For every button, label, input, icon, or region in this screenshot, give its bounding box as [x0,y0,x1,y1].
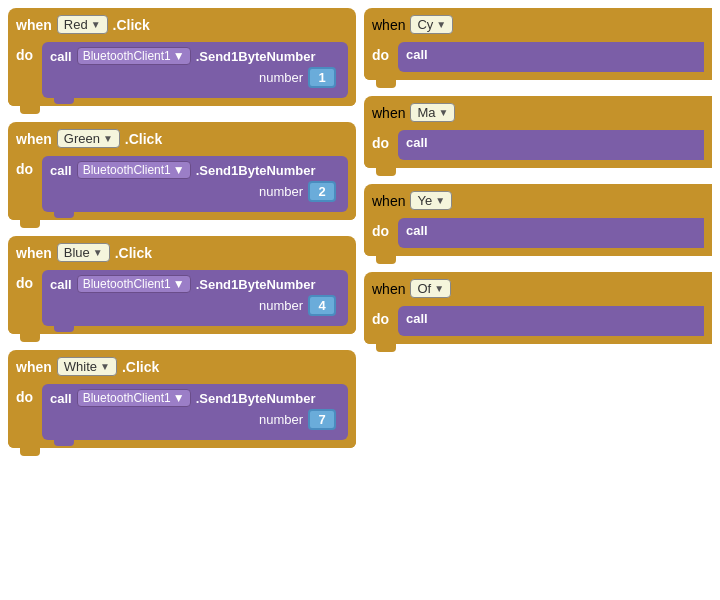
red-event-block: when Red ▼ .Click do call [8,8,356,114]
cyan-do-label: do [372,42,394,63]
white-block-notch [20,448,40,456]
cyan-call-block: call [398,42,704,72]
green-number-label: number [259,184,303,199]
off-dropdown-arrow: ▼ [434,283,444,294]
white-button-dropdown[interactable]: White ▼ [57,357,117,376]
blue-bt-dropdown[interactable]: BluetoothClient1 ▼ [77,275,191,293]
blue-bt-arrow: ▼ [173,277,185,291]
off-block-notch [376,344,396,352]
blue-click-label: .Click [115,245,152,261]
blue-call-block: call BluetoothClient1 ▼ .Send1ByteNumber… [42,270,348,326]
magenta-button-dropdown[interactable]: Ma ▼ [410,103,455,122]
off-button-dropdown[interactable]: Of ▼ [410,279,451,298]
off-event-block: when Of ▼ do call [364,272,712,352]
off-call-text: call [406,311,428,326]
magenta-button-label: Ma [417,105,435,120]
red-bt-label: BluetoothClient1 [83,49,171,63]
green-call-text: call [50,163,72,178]
red-method-text: .Send1ByteNumber [196,49,316,64]
magenta-event-block: when Ma ▼ do call [364,96,712,176]
red-button-dropdown[interactable]: Red ▼ [57,15,108,34]
white-call-block: call BluetoothClient1 ▼ .Send1ByteNumber… [42,384,348,440]
white-event-block: when White ▼ .Click do call [8,350,356,456]
blue-method-text: .Send1ByteNumber [196,277,316,292]
yellow-call-block: call [398,218,704,248]
blocks-container: when Red ▼ .Click do call [0,0,720,600]
white-method-text: .Send1ByteNumber [196,391,316,406]
red-block-notch [20,106,40,114]
white-do-label: do [16,384,38,405]
blue-number-badge: 4 [308,295,336,316]
cyan-call-text: call [406,47,428,62]
blue-call-text: call [50,277,72,292]
right-column: when Cy ▼ do call [360,4,716,596]
white-button-label: White [64,359,97,374]
red-button-label: Red [64,17,88,32]
green-method-text: .Send1ByteNumber [196,163,316,178]
when-label-magenta: when [372,105,405,121]
when-label-yellow: when [372,193,405,209]
green-event-block: when Green ▼ .Click do call [8,122,356,228]
yellow-block-notch [376,256,396,264]
blue-event-block: when Blue ▼ .Click do call [8,236,356,342]
green-bt-label: BluetoothClient1 [83,163,171,177]
red-bt-dropdown[interactable]: BluetoothClient1 ▼ [77,47,191,65]
yellow-button-label: Ye [417,193,432,208]
yellow-do-label: do [372,218,394,239]
cyan-button-label: Cy [417,17,433,32]
cyan-button-dropdown[interactable]: Cy ▼ [410,15,453,34]
yellow-button-dropdown[interactable]: Ye ▼ [410,191,452,210]
left-column: when Red ▼ .Click do call [4,4,360,596]
blue-number-label: number [259,298,303,313]
white-bt-label: BluetoothClient1 [83,391,171,405]
magenta-call-text: call [406,135,428,150]
green-dropdown-arrow: ▼ [103,133,113,144]
white-click-label: .Click [122,359,159,375]
blue-button-label: Blue [64,245,90,260]
red-dropdown-arrow: ▼ [91,19,101,30]
green-button-dropdown[interactable]: Green ▼ [57,129,120,148]
white-number-badge: 7 [308,409,336,430]
when-label-off: when [372,281,405,297]
white-dropdown-arrow: ▼ [100,361,110,372]
magenta-call-block: call [398,130,704,160]
white-call-text: call [50,391,72,406]
off-call-block: call [398,306,704,336]
magenta-do-label: do [372,130,394,151]
when-label-white: when [16,359,52,375]
green-click-label: .Click [125,131,162,147]
red-number-badge: 1 [308,67,336,88]
blue-button-dropdown[interactable]: Blue ▼ [57,243,110,262]
white-bt-arrow: ▼ [173,391,185,405]
when-label-green: when [16,131,52,147]
magenta-dropdown-arrow: ▼ [439,107,449,118]
off-do-label: do [372,306,394,327]
off-button-label: Of [417,281,431,296]
blue-block-notch [20,334,40,342]
when-label-red: when [16,17,52,33]
red-click-label: .Click [113,17,150,33]
green-do-label: do [16,156,38,177]
when-label-blue: when [16,245,52,261]
cyan-dropdown-arrow: ▼ [436,19,446,30]
blue-bt-label: BluetoothClient1 [83,277,171,291]
blue-do-label: do [16,270,38,291]
cyan-event-block: when Cy ▼ do call [364,8,712,88]
green-block-notch [20,220,40,228]
green-call-block: call BluetoothClient1 ▼ .Send1ByteNumber… [42,156,348,212]
green-number-badge: 2 [308,181,336,202]
red-call-text: call [50,49,72,64]
green-bt-dropdown[interactable]: BluetoothClient1 ▼ [77,161,191,179]
when-label-cyan: when [372,17,405,33]
red-number-label: number [259,70,303,85]
red-call-block: call BluetoothClient1 ▼ .Send1ByteNumber… [42,42,348,98]
white-number-label: number [259,412,303,427]
yellow-call-text: call [406,223,428,238]
green-button-label: Green [64,131,100,146]
blue-dropdown-arrow: ▼ [93,247,103,258]
white-bt-dropdown[interactable]: BluetoothClient1 ▼ [77,389,191,407]
red-bt-arrow: ▼ [173,49,185,63]
yellow-dropdown-arrow: ▼ [435,195,445,206]
red-do-label: do [16,42,38,63]
green-bt-arrow: ▼ [173,163,185,177]
